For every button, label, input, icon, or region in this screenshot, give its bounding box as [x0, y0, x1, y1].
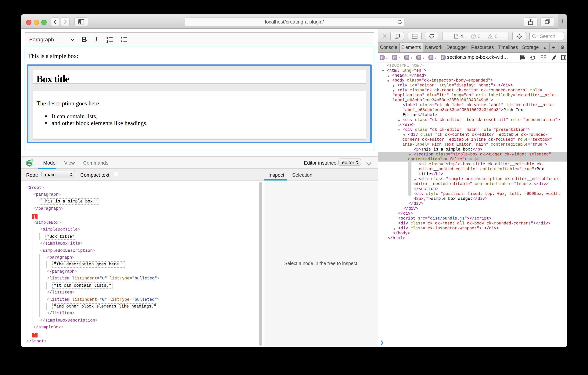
svg-text:1: 1	[106, 36, 108, 40]
svg-text:5: 5	[31, 159, 32, 162]
svg-text:2: 2	[106, 40, 108, 43]
